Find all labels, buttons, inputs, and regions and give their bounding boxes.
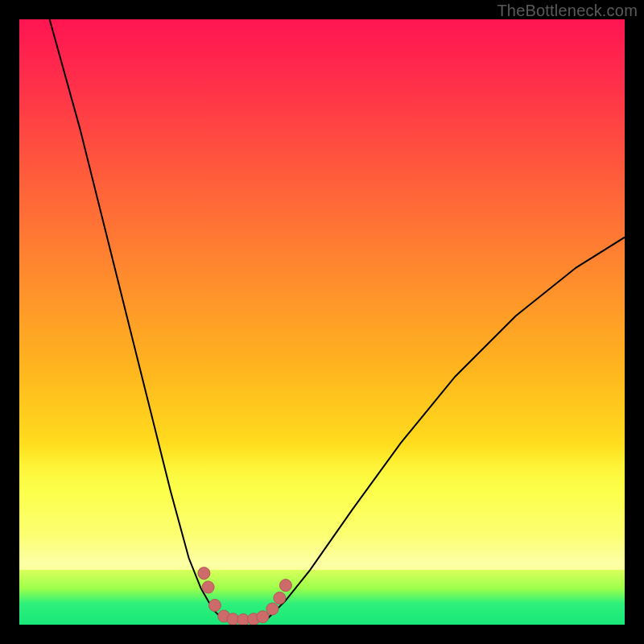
valley-marker [257,611,269,623]
chart-svg [19,19,625,625]
valley-marker [198,568,210,580]
valley-marker [274,592,286,604]
valley-marker [208,599,221,611]
outer-frame: TheBottleneck.com [0,0,644,644]
valley-marker [202,581,214,593]
valley-marker [279,580,291,592]
watermark-text: TheBottleneck.com [497,2,638,20]
valley-marker [266,603,279,615]
curve-path [50,19,625,621]
plot-area [19,19,625,625]
bottleneck-curve [50,19,625,621]
valley-marker-group [198,568,292,625]
